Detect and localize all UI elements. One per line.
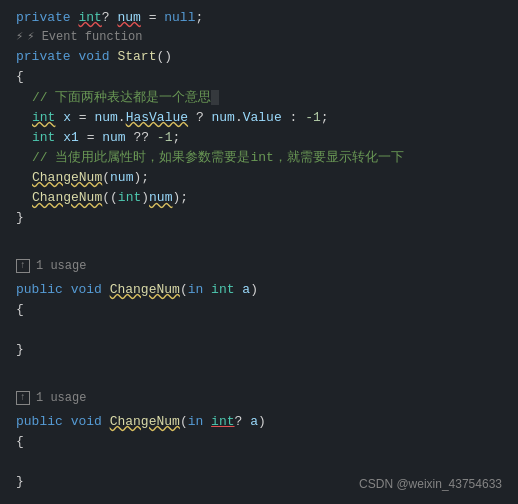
keyword-in-2: in xyxy=(188,414,204,429)
param-a-1: a xyxy=(242,282,250,297)
method-changenum-sig-2: ChangeNum xyxy=(110,414,180,429)
code-line-6: int x1 = num ?? -1; xyxy=(0,128,518,148)
code-line-comment-1: // 下面两种表达都是一个意思 xyxy=(0,88,518,108)
method-changenum-1: ChangeNum xyxy=(32,170,102,185)
event-hint: ⚡ ⚡ Event function xyxy=(0,28,518,47)
prop-hasvalue: HasValue xyxy=(126,110,188,125)
keyword-int-1: int xyxy=(32,110,55,125)
keyword-int-nullable-param: int xyxy=(211,414,234,429)
code-line-comment-2: // 当使用此属性时，如果参数需要是int，就需要显示转化一下 xyxy=(0,148,518,168)
keyword-int-param-1: int xyxy=(211,282,234,297)
event-hint-text: ⚡ Event function xyxy=(27,28,142,47)
watermark: CSDN @weixin_43754633 xyxy=(359,475,502,494)
prop-value: Value xyxy=(243,110,282,125)
keyword-in-1: in xyxy=(188,282,204,297)
code-line-5: int x = num.HasValue ? num.Value : -1; xyxy=(0,108,518,128)
code-line-12: public void ChangeNum(in int? a) xyxy=(0,412,518,432)
type-int-nullable: int xyxy=(78,10,101,25)
var-num: num xyxy=(117,10,140,25)
keyword-null: null xyxy=(164,10,195,25)
usage-icon-1: ↑ xyxy=(16,259,30,273)
code-line-changenum-2: ChangeNum((int)num); xyxy=(0,188,518,208)
code-line-brace-close-1: } xyxy=(0,208,518,228)
usage-icon-2: ↑ xyxy=(16,391,30,405)
var-x: x xyxy=(63,110,71,125)
keyword-private-2: private xyxy=(16,49,71,64)
keyword-void-3: void xyxy=(71,414,102,429)
code-line-brace-close-2: } xyxy=(0,340,518,360)
keyword-int-2: int xyxy=(32,130,55,145)
blank-line-3 xyxy=(0,360,518,380)
usage-bar-2: ↑ 1 usage xyxy=(0,385,518,412)
param-a-2: a xyxy=(250,414,258,429)
keyword-public-1: public xyxy=(16,282,63,297)
code-line-brace-open-1: { xyxy=(0,67,518,87)
lightning-icon: ⚡ xyxy=(16,28,23,47)
keyword-int-cast: int xyxy=(118,190,141,205)
var-num-2: num xyxy=(94,110,117,125)
var-x1: x1 xyxy=(63,130,79,145)
usage-bar-1: ↑ 1 usage xyxy=(0,253,518,280)
keyword-void-2: void xyxy=(71,282,102,297)
blank-line-1 xyxy=(0,229,518,249)
code-line-brace-open-2: { xyxy=(0,300,518,320)
keyword-void: void xyxy=(78,49,109,64)
blank-line-2 xyxy=(0,320,518,340)
method-start: Start xyxy=(117,49,156,64)
keyword-public-2: public xyxy=(16,414,63,429)
usage-text-1: 1 usage xyxy=(36,257,86,276)
code-line-brace-open-3: { xyxy=(0,432,518,452)
method-changenum-sig-1: ChangeNum xyxy=(110,282,180,297)
keyword-private: private xyxy=(16,10,71,25)
var-num-6: num xyxy=(149,190,172,205)
var-num-5: num xyxy=(110,170,133,185)
usage-text-2: 1 usage xyxy=(36,389,86,408)
code-line-2: private void Start() xyxy=(0,47,518,67)
var-num-4: num xyxy=(102,130,125,145)
code-line-1: private int? num = null; xyxy=(0,8,518,28)
code-line-10: public void ChangeNum(in int a) xyxy=(0,280,518,300)
code-editor: private int? num = null; ⚡ ⚡ Event funct… xyxy=(0,0,518,504)
method-changenum-2: ChangeNum xyxy=(32,190,102,205)
code-line-changenum-1: ChangeNum(num); xyxy=(0,168,518,188)
blank-line-4 xyxy=(0,452,518,472)
var-num-3: num xyxy=(211,110,234,125)
